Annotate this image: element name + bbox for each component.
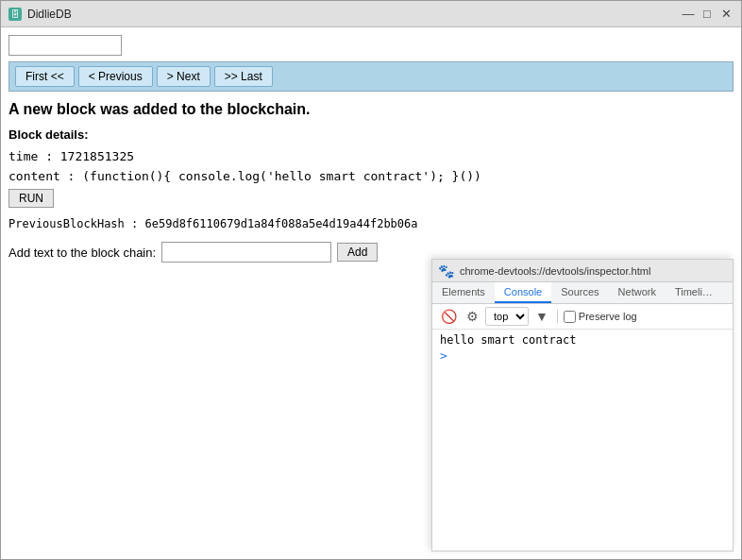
preserve-log-label: Preserve log (564, 311, 637, 323)
tab-console[interactable]: Console (495, 282, 551, 303)
window-title: DidlieDB (27, 8, 72, 21)
content-label: content (8, 169, 60, 183)
devtools-title-bar: 🐾 chrome-devtools://devtools/inspector.h… (432, 260, 733, 282)
app-window: 🗄 DidlieDB — □ ✕ First << < Previous > N… (0, 0, 742, 560)
devtools-url: chrome-devtools://devtools/inspector.htm… (460, 265, 727, 277)
tab-elements[interactable]: Elements (432, 282, 495, 303)
devtools-toolbar: 🚫 ⚙ top ▼ Preserve log (432, 304, 733, 330)
next-button[interactable]: > Next (157, 66, 211, 87)
window-content: First << < Previous > Next >> Last A new… (1, 27, 741, 559)
add-label: Add text to the block chain: (8, 246, 156, 260)
prev-hash-value: 6e59d8f6110679d1a84f088a5e4d19a44f2bb06a (145, 217, 418, 230)
minimize-button[interactable]: — (681, 7, 696, 22)
nav-bar: First << < Previous > Next >> Last (8, 61, 734, 92)
first-button[interactable]: First << (15, 66, 75, 87)
toolbar-separator (557, 310, 558, 323)
console-output: hello smart contract > (432, 330, 733, 551)
block-content: content : (function(){ console.log('hell… (8, 169, 734, 183)
tab-sources[interactable]: Sources (551, 282, 608, 303)
block-details-label: Block details: (8, 127, 734, 142)
maximize-button[interactable]: □ (700, 7, 715, 22)
close-button[interactable]: ✕ (718, 7, 734, 22)
console-line-1: hello smart contract (440, 333, 725, 347)
stop-icon[interactable]: 🚫 (438, 308, 460, 325)
block-heading: A new block was added to the blockchain. (8, 101, 734, 118)
tab-timeline[interactable]: Timeli… (666, 282, 722, 303)
preserve-log-text: Preserve log (579, 311, 637, 322)
context-select[interactable]: top (485, 307, 529, 326)
add-text-input[interactable] (161, 242, 331, 263)
prev-hash: PreviousBlockHash : 6e59d8f6110679d1a84f… (8, 217, 734, 230)
console-prompt[interactable]: > (440, 348, 725, 363)
add-button[interactable]: Add (337, 243, 378, 262)
time-value: 1721851325 (60, 149, 134, 163)
dropdown-icon[interactable]: ▼ (532, 308, 551, 325)
last-button[interactable]: >> Last (214, 66, 273, 87)
devtools-icon: 🐾 (438, 263, 454, 279)
title-bar: 🗄 DidlieDB — □ ✕ (1, 1, 741, 27)
content-value: (function(){ console.log('hello smart co… (82, 169, 481, 183)
time-label: time (8, 149, 38, 163)
run-button[interactable]: RUN (8, 189, 54, 208)
window-controls: — □ ✕ (681, 7, 734, 22)
devtools-tabs: Elements Console Sources Network Timeli… (432, 282, 733, 304)
main-area: A new block was added to the blockchain.… (8, 101, 734, 552)
devtools-panel: 🐾 chrome-devtools://devtools/inspector.h… (431, 259, 734, 552)
filter-icon[interactable]: ⚙ (464, 308, 481, 325)
previous-button[interactable]: < Previous (78, 66, 153, 87)
title-bar-left: 🗄 DidlieDB (8, 8, 72, 21)
search-input[interactable] (8, 35, 122, 56)
app-icon: 🗄 (8, 8, 22, 21)
prompt-symbol: > (440, 348, 447, 363)
block-time: time : 1721851325 (8, 149, 734, 163)
preserve-log-checkbox[interactable] (564, 311, 576, 323)
tab-network[interactable]: Network (609, 282, 666, 303)
prev-hash-label: PreviousBlockHash (8, 217, 125, 230)
